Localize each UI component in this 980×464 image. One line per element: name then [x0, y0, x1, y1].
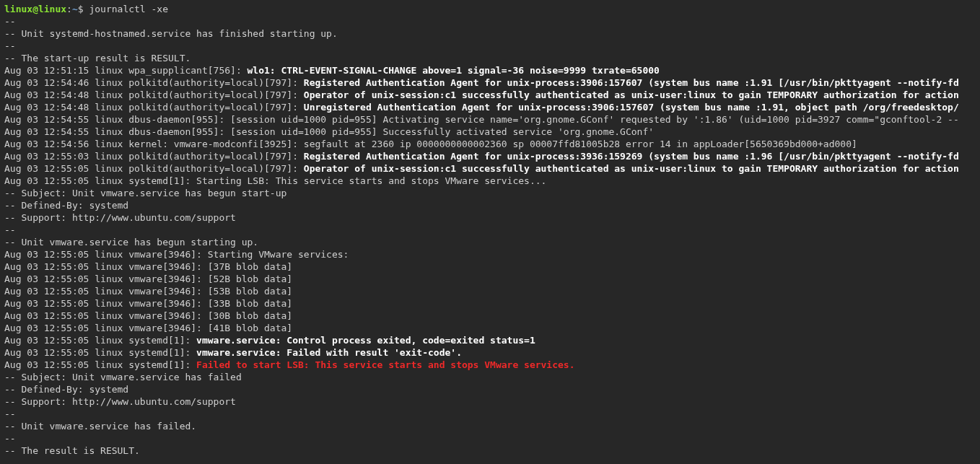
log-line: Aug 03 12:54:55 linux dbus-daemon[955]: …	[4, 113, 976, 126]
log-line: Aug 03 12:55:05 linux vmware[3946]: [30B…	[4, 310, 976, 322]
log-line: Aug 03 12:55:05 linux vmware[3946]: [37B…	[4, 261, 976, 273]
log-line: Aug 03 12:55:05 linux systemd[1]: Failed…	[4, 359, 976, 371]
log-line: -- Support: http://www.ubuntu.com/suppor…	[4, 211, 976, 224]
log-line: Aug 03 12:55:05 linux vmware[3946]: [53B…	[4, 285, 976, 297]
prompt-user: linux	[4, 4, 32, 14]
prompt-line: linux@linux:~$ journalctl -xe	[4, 3, 976, 15]
terminal-window[interactable]: linux@linux:~$ journalctl -xe ---- Unit …	[0, 0, 980, 464]
log-line: Aug 03 12:54:48 linux polkitd(authority=…	[4, 89, 976, 101]
log-line: Aug 03 12:55:05 linux polkitd(authority=…	[4, 162, 976, 175]
log-line: Aug 03 12:55:05 linux systemd[1]: vmware…	[4, 334, 976, 346]
log-line: --	[4, 432, 976, 445]
log-line: Aug 03 12:51:15 linux wpa_supplicant[756…	[4, 64, 976, 76]
log-output: ---- Unit systemd-hostnamed.service has …	[4, 15, 976, 457]
log-line: Aug 03 12:55:05 linux vmware[3946]: Star…	[4, 248, 976, 261]
log-line: -- Subject: Unit vmware.service has begu…	[4, 187, 976, 199]
log-line: Aug 03 12:55:05 linux vmware[3946]: [52B…	[4, 273, 976, 285]
log-line: -- The start-up result is RESULT.	[4, 52, 976, 64]
log-line: -- Defined-By: systemd	[4, 199, 976, 211]
log-line: Aug 03 12:55:05 linux vmware[3946]: [33B…	[4, 297, 976, 310]
log-line: Aug 03 12:55:05 linux vmware[3946]: [41B…	[4, 322, 976, 334]
log-line: --	[4, 40, 976, 52]
log-line: Aug 03 12:54:48 linux polkitd(authority=…	[4, 101, 976, 113]
prompt-path: ~	[72, 4, 78, 14]
log-line: Aug 03 12:54:46 linux polkitd(authority=…	[4, 76, 976, 89]
prompt-host: linux	[38, 4, 66, 14]
log-line: -- Unit vmware.service has failed.	[4, 420, 976, 432]
log-line: -- Unit systemd-hostnamed.service has fi…	[4, 27, 976, 40]
log-line: Aug 03 12:54:55 linux dbus-daemon[955]: …	[4, 126, 976, 138]
command-input[interactable]: journalctl -xe	[89, 4, 168, 14]
log-line: -- The result is RESULT.	[4, 445, 976, 457]
log-line: -- Unit vmware.service has begun startin…	[4, 236, 976, 248]
log-line: --	[4, 408, 976, 420]
log-line: Aug 03 12:54:56 linux kernel: vmware-mod…	[4, 138, 976, 150]
log-line: --	[4, 224, 976, 236]
log-line: --	[4, 15, 976, 27]
log-line: Aug 03 12:55:05 linux systemd[1]: Starti…	[4, 175, 976, 187]
log-line: -- Subject: Unit vmware.service has fail…	[4, 371, 976, 383]
log-line: -- Defined-By: systemd	[4, 383, 976, 395]
log-line: Aug 03 12:55:03 linux polkitd(authority=…	[4, 150, 976, 162]
log-line: Aug 03 12:55:05 linux systemd[1]: vmware…	[4, 346, 976, 359]
log-line: -- Support: http://www.ubuntu.com/suppor…	[4, 395, 976, 408]
